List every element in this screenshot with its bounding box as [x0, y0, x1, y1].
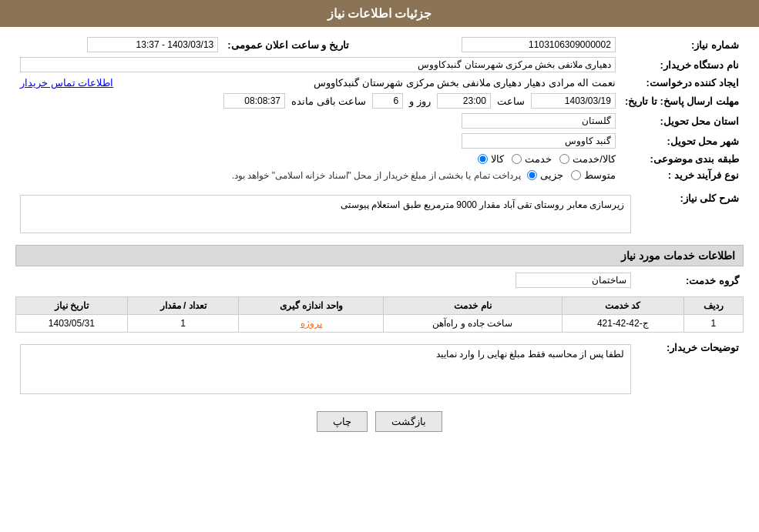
process-label: نوع فرآیند خرید : [620, 167, 744, 183]
deadline-row: ساعت روز و ساعت باقی مانده [15, 91, 620, 111]
deadline-time-input[interactable] [437, 93, 491, 109]
service-group-label: گروه خدمت: [636, 270, 744, 290]
need-number-input[interactable] [462, 37, 616, 52]
radio-khedmat[interactable]: خدمت [512, 153, 552, 165]
buyer-notes-table: توضیحات خریدار: لطفا پس از محاسبه فقط مب… [15, 339, 744, 400]
province-input[interactable] [462, 113, 616, 129]
radio-jozvi-input[interactable] [527, 170, 537, 180]
table-row: 1 ج-42-42-421 ساخت جاده و راه‌آهن پروژه … [16, 315, 744, 333]
org-name-label: نام دستگاه خریدار: [620, 55, 744, 75]
radio-motavaset-input[interactable] [571, 170, 581, 180]
cell-code: ج-42-42-421 [562, 315, 683, 333]
service-group-input[interactable] [516, 273, 631, 288]
service-group-value [15, 270, 636, 290]
org-name-input[interactable] [20, 57, 616, 72]
cell-name: ساخت جاده و راه‌آهن [383, 315, 562, 333]
need-desc-box: زیرسازی معابر روستای تقی آباد مقدار 9000… [20, 195, 631, 233]
col-row: ردیف [683, 297, 743, 315]
need-desc-value: زیرسازی معابر روستای تقی آباد مقدار 9000… [15, 189, 636, 239]
creator-label: ایجاد کننده درخواست: [620, 75, 744, 91]
print-button[interactable]: چاپ [317, 411, 368, 432]
announce-input[interactable] [87, 37, 218, 52]
cell-qty: 1 [127, 315, 239, 333]
cell-row: 1 [683, 315, 743, 333]
cell-date: 1403/05/31 [16, 315, 128, 333]
process-options: متوسط جزیی پرداخت تمام یا بخشی از مبلغ خ… [15, 167, 620, 183]
deadline-remain-label: ساعت باقی مانده [291, 95, 366, 107]
province-value [15, 111, 620, 131]
creator-link-cell: اطلاعات تماس خریدار [15, 75, 223, 91]
radio-kala-khedmat-input[interactable] [559, 154, 569, 164]
deadline-day-label: روز و [409, 95, 431, 107]
unit-link[interactable]: پروژه [301, 318, 322, 329]
city-value [15, 131, 620, 151]
cell-unit: پروژه [239, 315, 384, 333]
deadline-remain-input[interactable] [223, 93, 285, 109]
need-desc-label: شرح کلی نیاز: [636, 189, 744, 239]
radio-kala-khedmat-label: کالا/خدمت [573, 153, 616, 165]
col-qty: تعداد / مقدار [127, 297, 239, 315]
button-row: بازگشت چاپ [15, 411, 744, 432]
service-group-table: گروه خدمت: [15, 270, 744, 290]
buyer-notes-label: توضیحات خریدار: [636, 339, 744, 400]
col-code: کد خدمت [562, 297, 683, 315]
category-label: طبقه بندی موضوعی: [620, 151, 744, 167]
creator-contact-link[interactable]: اطلاعات تماس خریدار [20, 77, 113, 89]
city-label: شهر محل تحویل: [620, 131, 744, 151]
col-unit: واحد اندازه گیری [239, 297, 384, 315]
deadline-label: مهلت ارسال پاسخ: تا تاریخ: [620, 91, 744, 111]
need-desc-table: شرح کلی نیاز: زیرسازی معابر روستای تقی آ… [15, 189, 744, 239]
page-title: جزئیات اطلاعات نیاز [0, 0, 759, 27]
radio-kala-khedmat[interactable]: کالا/خدمت [559, 153, 616, 165]
need-desc-text: زیرسازی معابر روستای تقی آباد مقدار 9000… [341, 199, 624, 210]
services-table: ردیف کد خدمت نام خدمت واحد اندازه گیری ت… [15, 296, 744, 333]
services-header: اطلاعات خدمات مورد نیاز [15, 245, 744, 266]
radio-kala-label: کالا [491, 153, 504, 165]
buyer-notes-value: لطفا پس از محاسبه فقط مبلغ نهایی را وارد… [15, 339, 636, 400]
col-date: تاریخ نیاز [16, 297, 128, 315]
deadline-date-input[interactable] [531, 93, 616, 109]
province-label: استان محل تحویل: [620, 111, 744, 131]
col-name: نام خدمت [383, 297, 562, 315]
creator-value: نعمت اله مرادی دهیار دهیاری ملانفی بخش م… [223, 75, 620, 91]
radio-khedmat-label: خدمت [525, 153, 552, 165]
radio-kala[interactable]: کالا [478, 153, 504, 165]
city-input[interactable] [462, 133, 616, 149]
buyer-notes-box: لطفا پس از محاسبه فقط مبلغ نهایی را وارد… [20, 344, 631, 394]
process-note: پرداخت تمام یا بخشی از مبلغ خریدار از مح… [232, 170, 521, 181]
buyer-notes-text: لطفا پس از محاسبه فقط مبلغ نهایی را وارد… [436, 349, 624, 360]
announce-value [15, 35, 223, 55]
radio-kala-input[interactable] [478, 154, 488, 164]
radio-jozvi-label: جزیی [540, 169, 563, 181]
announce-label: تاریخ و ساعت اعلان عمومی: [223, 35, 354, 55]
radio-motavaset[interactable]: متوسط [571, 169, 616, 181]
need-number-label: شماره نیاز: [620, 35, 744, 55]
deadline-days-input[interactable] [372, 93, 403, 109]
radio-motavaset-label: متوسط [584, 169, 616, 181]
info-table: شماره نیاز: تاریخ و ساعت اعلان عمومی: نا… [15, 35, 744, 183]
category-options: کالا/خدمت خدمت کالا [15, 151, 620, 167]
org-name-value [15, 55, 620, 75]
deadline-time-label: ساعت [497, 95, 525, 107]
back-button[interactable]: بازگشت [375, 411, 442, 432]
radio-khedmat-input[interactable] [512, 154, 522, 164]
radio-jozvi[interactable]: جزیی [527, 169, 563, 181]
need-number-value [354, 35, 620, 55]
